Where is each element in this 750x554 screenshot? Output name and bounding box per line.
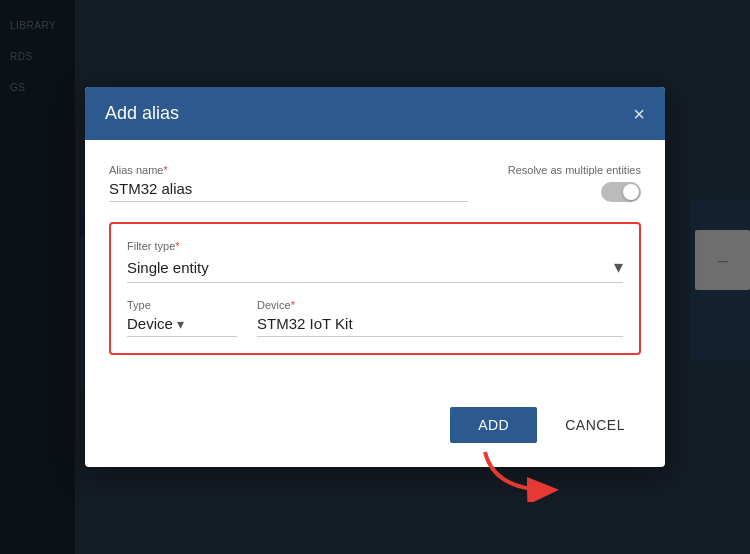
filter-type-dropdown[interactable]: Single entity ▾: [127, 256, 623, 283]
alias-name-row: Alias name* STM32 alias Resolve as multi…: [109, 164, 641, 202]
alias-name-label: Alias name*: [109, 164, 468, 176]
device-field: Device* STM32 IoT Kit: [257, 299, 623, 337]
filter-type-row: Filter type* Single entity ▾: [127, 240, 623, 283]
add-button[interactable]: ADD: [450, 407, 537, 443]
filter-type-value-text: Single entity: [127, 259, 209, 276]
type-arrow-icon: ▾: [177, 316, 184, 332]
dialog-title: Add alias: [105, 103, 179, 124]
device-value[interactable]: STM32 IoT Kit: [257, 315, 623, 337]
background-overlay: LIBRARY RDS GS Enti × AD –: [0, 0, 750, 554]
device-label: Device*: [257, 299, 623, 311]
dialog-close-button[interactable]: ×: [633, 104, 645, 124]
filter-section: Filter type* Single entity ▾ Type Device: [109, 222, 641, 355]
resolve-toggle-area: Resolve as multiple entities: [508, 164, 641, 202]
dialog-header: Add alias ×: [85, 87, 665, 140]
add-alias-dialog: Add alias × Alias name* STM32 alias Reso…: [85, 87, 665, 467]
resolve-toggle[interactable]: [601, 182, 641, 202]
type-device-row: Type Device ▾ Device* STM32 IoT Kit: [127, 299, 623, 337]
alias-name-field: Alias name* STM32 alias: [109, 164, 468, 202]
dialog-backdrop: Add alias × Alias name* STM32 alias Reso…: [0, 0, 750, 554]
cancel-button[interactable]: CANCEL: [549, 407, 641, 443]
type-value-text: Device: [127, 315, 173, 332]
filter-type-arrow-icon: ▾: [614, 256, 623, 278]
filter-type-label: Filter type*: [127, 240, 623, 252]
alias-name-value[interactable]: STM32 alias: [109, 180, 468, 202]
type-label: Type: [127, 299, 237, 311]
toggle-knob: [623, 184, 639, 200]
type-field: Type Device ▾: [127, 299, 237, 337]
dialog-body: Alias name* STM32 alias Resolve as multi…: [85, 140, 665, 391]
dialog-footer: ADD CANCEL: [85, 391, 665, 467]
type-dropdown[interactable]: Device ▾: [127, 315, 237, 337]
resolve-label: Resolve as multiple entities: [508, 164, 641, 176]
